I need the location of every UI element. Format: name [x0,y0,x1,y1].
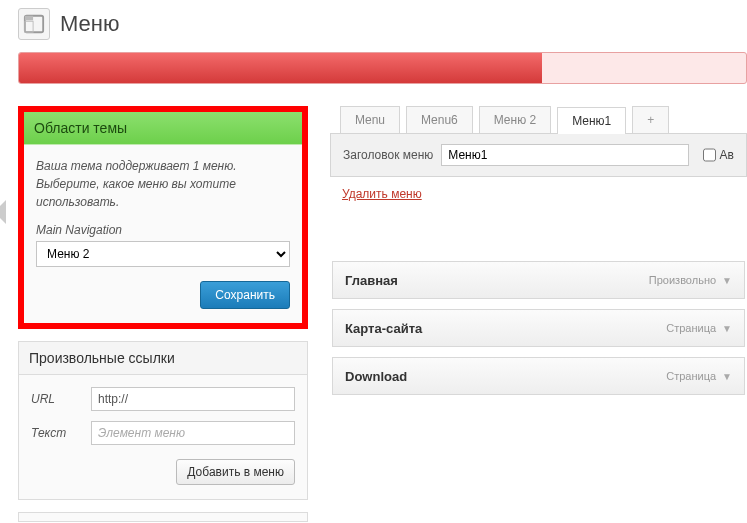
custom-links-heading: Произвольные ссылки [19,342,307,375]
url-input[interactable] [91,387,295,411]
link-text-input[interactable] [91,421,295,445]
svg-rect-1 [25,16,33,21]
collapsed-panel [18,512,308,522]
menu-item[interactable]: Главная Произвольно ▼ [332,261,745,299]
menu-item-title: Download [345,369,407,384]
tab-menu1[interactable]: Меню1 [557,107,626,134]
theme-locations-panel: Области темы Ваша тема поддерживает 1 ме… [18,106,308,329]
menu-item-title: Главная [345,273,398,288]
menu-items-list: Главная Произвольно ▼ Карта-сайта Страни… [330,261,747,395]
save-button[interactable]: Сохранить [200,281,290,309]
notice-bar-fill [19,53,542,83]
tab-menu[interactable]: Menu [340,106,400,133]
collapse-arrow-icon[interactable] [0,200,12,224]
menu-name-input[interactable] [441,144,688,166]
menu-item-title: Карта-сайта [345,321,422,336]
add-to-menu-button[interactable]: Добавить в меню [176,459,295,485]
tab-menu-2[interactable]: Меню 2 [479,106,551,133]
chevron-down-icon[interactable]: ▼ [722,275,732,286]
tab-add[interactable]: + [632,106,669,133]
menu-item-type: Страница [666,322,716,334]
auto-add-label: Ав [720,148,734,162]
menu-item-type: Произвольно [649,274,716,286]
location-select[interactable]: Меню 2 [36,241,290,267]
menu-icon [18,8,50,40]
menu-item-type: Страница [666,370,716,382]
auto-add-checkbox[interactable] [703,144,716,166]
link-text-label: Текст [31,426,81,440]
menu-item[interactable]: Карта-сайта Страница ▼ [332,309,745,347]
chevron-down-icon[interactable]: ▼ [722,371,732,382]
page-title: Меню [60,11,119,37]
tab-menu6[interactable]: Menu6 [406,106,473,133]
delete-menu-link[interactable]: Удалить меню [342,187,422,201]
theme-locations-heading: Области темы [24,112,302,145]
svg-rect-2 [25,21,33,32]
location-label: Main Navigation [36,223,290,237]
auto-add-checkbox-wrap[interactable]: Ав [703,144,734,166]
chevron-down-icon[interactable]: ▼ [722,323,732,334]
menu-item[interactable]: Download Страница ▼ [332,357,745,395]
custom-links-panel: Произвольные ссылки URL Текст Добавить в… [18,341,308,500]
notice-bar [18,52,747,84]
menu-tabs: Menu Menu6 Меню 2 Меню1 + [330,106,747,134]
url-label: URL [31,392,81,406]
menu-name-bar: Заголовок меню Ав [330,134,747,177]
page-header: Меню [18,8,747,40]
theme-locations-help: Ваша тема поддерживает 1 меню. Выберите,… [36,157,290,211]
menu-name-label: Заголовок меню [343,148,433,162]
